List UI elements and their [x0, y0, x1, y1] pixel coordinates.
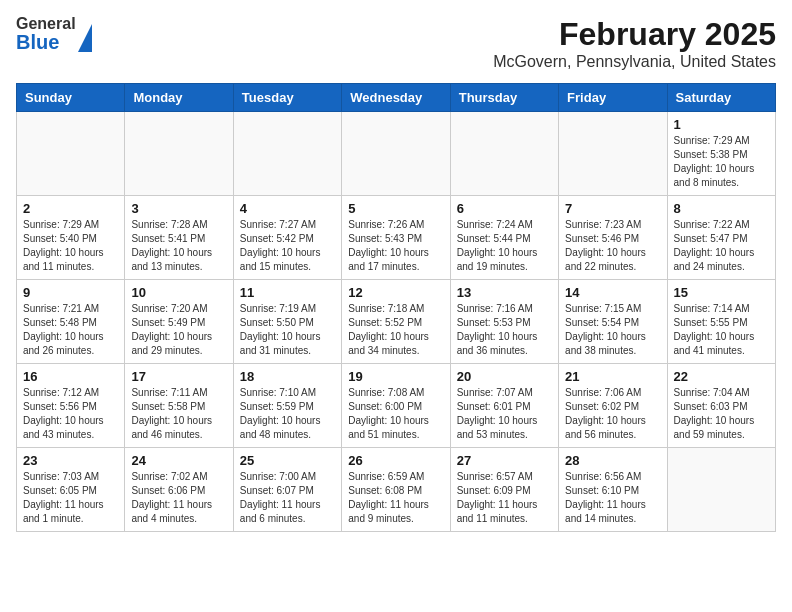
day-info: Sunrise: 7:07 AM Sunset: 6:01 PM Dayligh…: [457, 386, 552, 442]
calendar-cell: 21Sunrise: 7:06 AM Sunset: 6:02 PM Dayli…: [559, 364, 667, 448]
calendar-cell: 11Sunrise: 7:19 AM Sunset: 5:50 PM Dayli…: [233, 280, 341, 364]
day-number: 2: [23, 201, 118, 216]
calendar-cell: 28Sunrise: 6:56 AM Sunset: 6:10 PM Dayli…: [559, 448, 667, 532]
day-number: 9: [23, 285, 118, 300]
day-number: 21: [565, 369, 660, 384]
calendar-header: SundayMondayTuesdayWednesdayThursdayFrid…: [17, 84, 776, 112]
calendar-cell: 22Sunrise: 7:04 AM Sunset: 6:03 PM Dayli…: [667, 364, 775, 448]
page-title: February 2025: [493, 16, 776, 53]
day-number: 26: [348, 453, 443, 468]
calendar-cell: 3Sunrise: 7:28 AM Sunset: 5:41 PM Daylig…: [125, 196, 233, 280]
day-info: Sunrise: 7:06 AM Sunset: 6:02 PM Dayligh…: [565, 386, 660, 442]
calendar-week-2: 9Sunrise: 7:21 AM Sunset: 5:48 PM Daylig…: [17, 280, 776, 364]
calendar-cell: 8Sunrise: 7:22 AM Sunset: 5:47 PM Daylig…: [667, 196, 775, 280]
calendar-cell: 26Sunrise: 6:59 AM Sunset: 6:08 PM Dayli…: [342, 448, 450, 532]
weekday-header-saturday: Saturday: [667, 84, 775, 112]
day-info: Sunrise: 7:26 AM Sunset: 5:43 PM Dayligh…: [348, 218, 443, 274]
logo-text: General Blue: [16, 16, 76, 52]
calendar-cell: [17, 112, 125, 196]
weekday-header-thursday: Thursday: [450, 84, 558, 112]
calendar-cell: 25Sunrise: 7:00 AM Sunset: 6:07 PM Dayli…: [233, 448, 341, 532]
calendar-cell: 14Sunrise: 7:15 AM Sunset: 5:54 PM Dayli…: [559, 280, 667, 364]
calendar-cell: 6Sunrise: 7:24 AM Sunset: 5:44 PM Daylig…: [450, 196, 558, 280]
calendar-cell: [233, 112, 341, 196]
day-number: 27: [457, 453, 552, 468]
page-subtitle: McGovern, Pennsylvania, United States: [493, 53, 776, 71]
calendar-cell: 2Sunrise: 7:29 AM Sunset: 5:40 PM Daylig…: [17, 196, 125, 280]
weekday-header-tuesday: Tuesday: [233, 84, 341, 112]
day-number: 7: [565, 201, 660, 216]
calendar-cell: 18Sunrise: 7:10 AM Sunset: 5:59 PM Dayli…: [233, 364, 341, 448]
day-number: 18: [240, 369, 335, 384]
calendar-week-4: 23Sunrise: 7:03 AM Sunset: 6:05 PM Dayli…: [17, 448, 776, 532]
day-number: 11: [240, 285, 335, 300]
day-number: 28: [565, 453, 660, 468]
day-info: Sunrise: 7:20 AM Sunset: 5:49 PM Dayligh…: [131, 302, 226, 358]
calendar-cell: [667, 448, 775, 532]
day-info: Sunrise: 7:10 AM Sunset: 5:59 PM Dayligh…: [240, 386, 335, 442]
calendar-week-3: 16Sunrise: 7:12 AM Sunset: 5:56 PM Dayli…: [17, 364, 776, 448]
day-info: Sunrise: 6:59 AM Sunset: 6:08 PM Dayligh…: [348, 470, 443, 526]
day-number: 4: [240, 201, 335, 216]
day-number: 8: [674, 201, 769, 216]
calendar-cell: 4Sunrise: 7:27 AM Sunset: 5:42 PM Daylig…: [233, 196, 341, 280]
day-number: 15: [674, 285, 769, 300]
day-number: 19: [348, 369, 443, 384]
logo-general-text: General: [16, 16, 76, 32]
calendar-cell: 5Sunrise: 7:26 AM Sunset: 5:43 PM Daylig…: [342, 196, 450, 280]
calendar-cell: 7Sunrise: 7:23 AM Sunset: 5:46 PM Daylig…: [559, 196, 667, 280]
day-info: Sunrise: 6:56 AM Sunset: 6:10 PM Dayligh…: [565, 470, 660, 526]
day-number: 23: [23, 453, 118, 468]
day-info: Sunrise: 7:15 AM Sunset: 5:54 PM Dayligh…: [565, 302, 660, 358]
day-info: Sunrise: 7:04 AM Sunset: 6:03 PM Dayligh…: [674, 386, 769, 442]
calendar-cell: 1Sunrise: 7:29 AM Sunset: 5:38 PM Daylig…: [667, 112, 775, 196]
calendar-cell: [125, 112, 233, 196]
weekday-header-friday: Friday: [559, 84, 667, 112]
calendar-cell: 15Sunrise: 7:14 AM Sunset: 5:55 PM Dayli…: [667, 280, 775, 364]
day-number: 13: [457, 285, 552, 300]
day-info: Sunrise: 7:12 AM Sunset: 5:56 PM Dayligh…: [23, 386, 118, 442]
day-number: 6: [457, 201, 552, 216]
logo-triangle-icon: [78, 24, 92, 52]
logo-blue-text: Blue: [16, 32, 76, 52]
day-info: Sunrise: 7:08 AM Sunset: 6:00 PM Dayligh…: [348, 386, 443, 442]
day-info: Sunrise: 7:14 AM Sunset: 5:55 PM Dayligh…: [674, 302, 769, 358]
day-info: Sunrise: 7:22 AM Sunset: 5:47 PM Dayligh…: [674, 218, 769, 274]
day-number: 10: [131, 285, 226, 300]
day-number: 14: [565, 285, 660, 300]
day-number: 20: [457, 369, 552, 384]
day-number: 12: [348, 285, 443, 300]
calendar-week-0: 1Sunrise: 7:29 AM Sunset: 5:38 PM Daylig…: [17, 112, 776, 196]
calendar-cell: 10Sunrise: 7:20 AM Sunset: 5:49 PM Dayli…: [125, 280, 233, 364]
day-number: 1: [674, 117, 769, 132]
day-number: 3: [131, 201, 226, 216]
day-info: Sunrise: 7:24 AM Sunset: 5:44 PM Dayligh…: [457, 218, 552, 274]
weekday-row: SundayMondayTuesdayWednesdayThursdayFrid…: [17, 84, 776, 112]
day-number: 24: [131, 453, 226, 468]
calendar-cell: 27Sunrise: 6:57 AM Sunset: 6:09 PM Dayli…: [450, 448, 558, 532]
calendar-cell: 13Sunrise: 7:16 AM Sunset: 5:53 PM Dayli…: [450, 280, 558, 364]
day-info: Sunrise: 7:29 AM Sunset: 5:38 PM Dayligh…: [674, 134, 769, 190]
calendar-cell: 9Sunrise: 7:21 AM Sunset: 5:48 PM Daylig…: [17, 280, 125, 364]
day-info: Sunrise: 7:28 AM Sunset: 5:41 PM Dayligh…: [131, 218, 226, 274]
day-info: Sunrise: 7:02 AM Sunset: 6:06 PM Dayligh…: [131, 470, 226, 526]
day-number: 5: [348, 201, 443, 216]
day-info: Sunrise: 7:21 AM Sunset: 5:48 PM Dayligh…: [23, 302, 118, 358]
calendar-cell: 17Sunrise: 7:11 AM Sunset: 5:58 PM Dayli…: [125, 364, 233, 448]
logo: General Blue: [16, 16, 92, 52]
weekday-header-wednesday: Wednesday: [342, 84, 450, 112]
weekday-header-monday: Monday: [125, 84, 233, 112]
day-info: Sunrise: 7:23 AM Sunset: 5:46 PM Dayligh…: [565, 218, 660, 274]
day-number: 16: [23, 369, 118, 384]
calendar-cell: [559, 112, 667, 196]
calendar-cell: [450, 112, 558, 196]
calendar-cell: 24Sunrise: 7:02 AM Sunset: 6:06 PM Dayli…: [125, 448, 233, 532]
calendar-cell: 20Sunrise: 7:07 AM Sunset: 6:01 PM Dayli…: [450, 364, 558, 448]
calendar-cell: 19Sunrise: 7:08 AM Sunset: 6:00 PM Dayli…: [342, 364, 450, 448]
day-info: Sunrise: 7:19 AM Sunset: 5:50 PM Dayligh…: [240, 302, 335, 358]
day-info: Sunrise: 7:16 AM Sunset: 5:53 PM Dayligh…: [457, 302, 552, 358]
page-header: General Blue February 2025 McGovern, Pen…: [16, 16, 776, 71]
title-block: February 2025 McGovern, Pennsylvania, Un…: [493, 16, 776, 71]
calendar-week-1: 2Sunrise: 7:29 AM Sunset: 5:40 PM Daylig…: [17, 196, 776, 280]
day-number: 22: [674, 369, 769, 384]
